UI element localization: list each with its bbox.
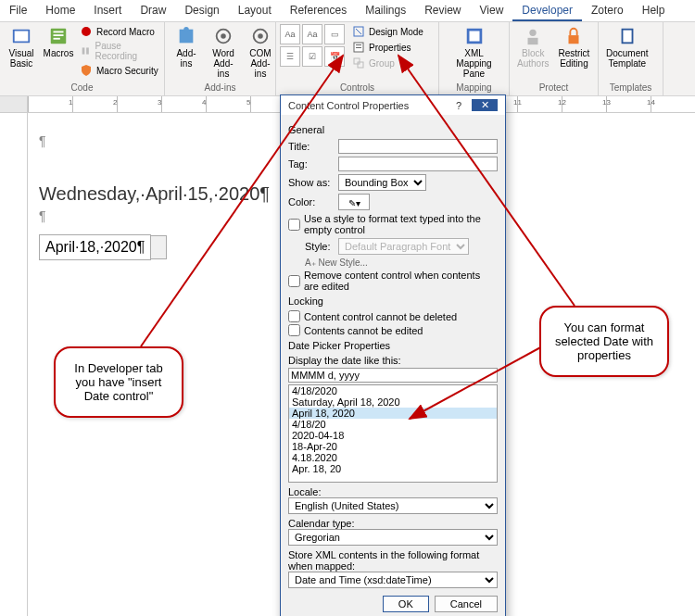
group-label-controls: Controls: [280, 82, 435, 94]
use-style-checkbox[interactable]: [288, 219, 300, 231]
document-template-button[interactable]: DocumentTemplate: [602, 24, 652, 70]
tab-layout[interactable]: Layout: [229, 0, 281, 21]
title-label: Title:: [288, 141, 335, 152]
tab-help[interactable]: Help: [633, 0, 675, 21]
svg-rect-7: [82, 47, 85, 54]
pause-recording-button: Pause Recording: [78, 40, 160, 62]
tab-view[interactable]: View: [471, 0, 513, 21]
date-format-list[interactable]: 4/18/2020 Saturday, April 18, 2020 April…: [288, 384, 498, 483]
plain-text-control[interactable]: Aa: [302, 24, 322, 44]
pause-icon: [80, 44, 92, 57]
visual-basic-button[interactable]: VisualBasic: [4, 24, 39, 70]
tab-insert[interactable]: Insert: [84, 0, 131, 21]
properties-button[interactable]: Properties: [350, 40, 425, 55]
tab-developer[interactable]: Developer: [512, 0, 582, 21]
locale-label: Locale:: [288, 486, 498, 497]
gear-icon: [250, 26, 271, 46]
format-option[interactable]: 4/18/20: [289, 419, 497, 430]
section-general: General: [288, 124, 498, 135]
group-label-templates: Templates: [602, 82, 659, 94]
style-select: Default Paragraph Font: [338, 238, 469, 255]
restrict-editing-button[interactable]: RestrictEditing: [554, 24, 593, 70]
remove-cc-checkbox[interactable]: [288, 275, 300, 287]
svg-rect-5: [54, 38, 60, 40]
pencil-icon: ✎▾: [348, 198, 360, 208]
display-like-label: Display the date like this:: [288, 355, 498, 366]
macros-icon: [48, 26, 69, 46]
word-addins-button[interactable]: WordAdd-ins: [206, 24, 241, 81]
macros-button[interactable]: Macros: [41, 24, 76, 60]
format-option[interactable]: 2020-04-18: [289, 430, 497, 441]
tab-zotero[interactable]: Zotero: [582, 0, 633, 21]
record-macro-button[interactable]: Record Macro: [78, 24, 160, 39]
block-icon: [523, 26, 543, 46]
format-option[interactable]: Saturday, April 18, 2020: [289, 396, 497, 408]
tab-home[interactable]: Home: [36, 0, 84, 21]
tag-input[interactable]: [338, 157, 498, 171]
tab-draw[interactable]: Draw: [131, 0, 175, 21]
svg-point-14: [258, 33, 263, 39]
svg-rect-22: [469, 31, 479, 42]
group-button: Group: [350, 56, 425, 70]
date-format-input[interactable]: [288, 368, 498, 383]
no-delete-label: Content control cannot be deleted: [304, 311, 457, 322]
calendar-label: Calendar type:: [288, 518, 498, 529]
format-option[interactable]: 4.18.2020: [289, 452, 497, 463]
no-edit-checkbox[interactable]: [288, 324, 300, 336]
store-xml-label: Store XML contents in the following form…: [288, 549, 498, 572]
picture-control[interactable]: ▭: [324, 24, 345, 44]
ok-button[interactable]: OK: [383, 596, 429, 612]
annotation-callout-right: You can format selected Date with proper…: [539, 306, 669, 377]
svg-rect-27: [623, 31, 631, 43]
locale-select[interactable]: English (United States): [288, 497, 498, 514]
help-button[interactable]: ?: [446, 100, 472, 111]
puzzle-icon: [176, 26, 196, 46]
new-style-link: A₊ New Style...: [305, 258, 498, 268]
svg-point-23: [530, 30, 537, 36]
checkbox-control[interactable]: ☑: [302, 46, 322, 67]
section-date-picker: Date Picker Properties: [288, 340, 498, 351]
rich-text-control[interactable]: Aa: [280, 24, 300, 44]
svg-rect-18: [356, 47, 361, 48]
building-block-control[interactable]: ☰: [280, 46, 300, 67]
tag-label: Tag:: [288, 158, 335, 170]
tab-references[interactable]: References: [281, 0, 356, 21]
format-option[interactable]: 4/18/2020: [289, 385, 497, 396]
store-xml-select[interactable]: Date and Time (xsd:dateTime): [288, 572, 498, 588]
lock-icon: [563, 26, 584, 46]
color-picker-button[interactable]: ✎▾: [338, 194, 370, 210]
properties-icon: [352, 41, 365, 54]
ribbon: VisualBasic Macros Record Macro Pause Re…: [0, 22, 695, 96]
date-picker-control[interactable]: 📅: [324, 46, 345, 67]
svg-rect-24: [528, 38, 538, 44]
ribbon-tabs: File Home Insert Draw Design Layout Refe…: [0, 0, 695, 22]
svg-rect-8: [86, 47, 89, 54]
svg-point-10: [183, 27, 189, 32]
format-option[interactable]: Apr. 18, 20: [289, 463, 497, 474]
format-option[interactable]: April 18, 2020: [289, 408, 497, 419]
no-delete-checkbox[interactable]: [288, 310, 300, 322]
calendar-select[interactable]: Gregorian: [288, 529, 498, 546]
macro-security-button[interactable]: Macro Security: [78, 63, 160, 78]
xml-mapping-button[interactable]: XML MappingPane: [443, 24, 505, 81]
gear-icon: [213, 26, 234, 46]
group-label-code: Code: [4, 82, 160, 94]
format-option[interactable]: 18-Apr-20: [289, 441, 497, 452]
tab-review[interactable]: Review: [415, 0, 470, 21]
cancel-button[interactable]: Cancel: [435, 596, 498, 612]
annotation-callout-left: In Developer tab you have "insert Date c…: [54, 346, 183, 418]
title-input[interactable]: [338, 139, 498, 154]
close-button[interactable]: ✕: [472, 99, 498, 111]
show-as-select[interactable]: Bounding Box: [338, 174, 426, 191]
tab-file[interactable]: File: [0, 0, 36, 21]
tab-design[interactable]: Design: [175, 0, 228, 21]
design-mode-button[interactable]: Design Mode: [350, 24, 425, 39]
tab-mailings[interactable]: Mailings: [356, 0, 415, 21]
svg-point-12: [221, 33, 226, 39]
content-control-properties-dialog: Content Control Properties ? ✕ General T…: [280, 94, 506, 616]
no-edit-label: Contents cannot be edited: [304, 325, 423, 336]
shield-icon: [80, 64, 93, 77]
addins-button[interactable]: Add-ins: [169, 24, 204, 70]
date-picker-content-control[interactable]: April·18,·2020¶: [39, 234, 151, 260]
com-addins-button[interactable]: COMAdd-ins: [243, 24, 278, 81]
